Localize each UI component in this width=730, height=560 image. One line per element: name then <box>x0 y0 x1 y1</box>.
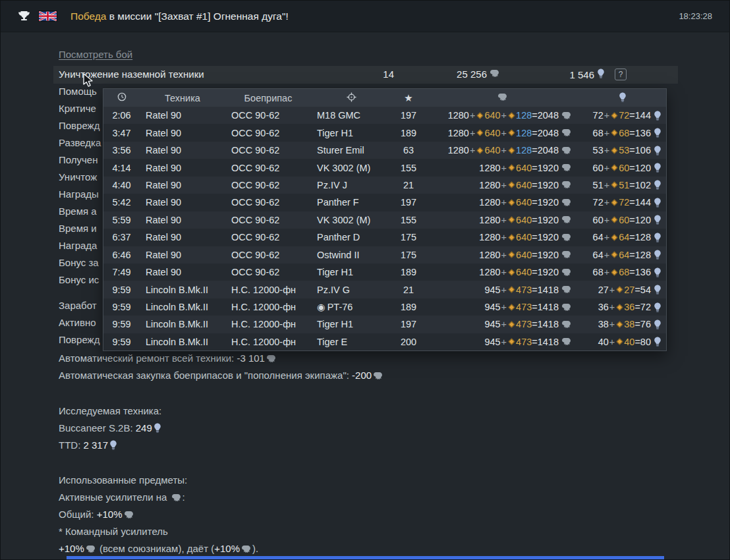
battle-log-row: 9:59Lincoln B.Mk.IIН.С. 12000-фнTiger H1… <box>103 316 666 333</box>
log-ammo: Н.С. 12000-фн <box>225 333 311 350</box>
battle-log-tooltip: Техника Боеприпас ★ 2:06Ratel 90ОСС 90-6… <box>103 88 667 351</box>
bonus-diamond-icon <box>477 112 484 119</box>
help-icon[interactable]: ? <box>615 69 627 80</box>
silver-lion-icon <box>561 250 571 259</box>
view-battle-link[interactable]: Посмотреть бой <box>59 49 132 60</box>
stat-row[interactable]: Разведка <box>59 134 102 152</box>
silver-lion-icon <box>497 93 507 101</box>
stat-row[interactable]: Критиче <box>59 100 102 117</box>
bonus-diamond-icon <box>509 322 515 328</box>
log-ammo: ОСС 90-62 <box>225 124 311 141</box>
research-points-icon <box>654 250 661 260</box>
battle-log-row: 4:40Ratel 90ОСС 90-62Pz.IV J211280+640=1… <box>103 177 666 194</box>
battle-log-body: 2:06Ratel 90ОСС 90-62M18 GMC1971280+640+… <box>103 107 666 350</box>
log-vehicle: Ratel 90 <box>140 246 225 264</box>
list-spacer <box>59 289 102 297</box>
research-points-icon <box>654 163 661 173</box>
left-stat-list: ПомощьКритичеПовреждРазведкаПолученУничт… <box>59 83 102 349</box>
log-score: 155 <box>391 211 426 229</box>
bonus-diamond-icon <box>611 199 618 206</box>
log-time: 3:56 <box>103 142 140 159</box>
log-silver: 1280+640=1920 <box>426 246 576 264</box>
log-vehicle: Ratel 90 <box>140 229 225 246</box>
log-target: Ostwind II <box>311 246 391 264</box>
log-target: Panther F <box>311 194 391 211</box>
vehicle-column-header: Техника <box>140 89 225 107</box>
auto-repair-line: Автоматический ремонт всей техники: -3 1… <box>59 350 384 367</box>
log-score: 189 <box>391 124 426 141</box>
log-time: 9:59 <box>103 298 140 316</box>
log-rp: 53+53=106 <box>576 142 666 159</box>
battle-log-row: 9:59Lincoln B.Mk.IIН.С. 12000-фнTiger E2… <box>103 333 666 350</box>
bonus-diamond-icon <box>509 304 515 310</box>
stat-row[interactable]: Бонус ис <box>59 271 102 289</box>
log-target: ◉PT-76 <box>311 298 391 316</box>
silver-lion-icon <box>561 320 571 329</box>
log-target: Tiger H1 <box>311 264 391 281</box>
log-rp: 38+38=76 <box>576 316 666 333</box>
summary-rp-value: 1 546 <box>486 69 605 80</box>
log-score: 189 <box>391 298 426 316</box>
log-rp: 68+68=136 <box>576 124 666 141</box>
bonus-diamond-icon <box>509 112 515 119</box>
log-silver: 1280+640+128=2048 <box>426 107 576 124</box>
battle-log-row: 6:46Ratel 90ОСС 90-62Ostwind II1751280+6… <box>103 246 666 264</box>
log-target: Panther D <box>311 229 391 246</box>
stat-row[interactable]: Поврежд <box>59 117 102 134</box>
log-rp: 68+68=136 <box>576 264 666 281</box>
silver-lion-icon <box>266 354 276 363</box>
summary-row-ground-destruction[interactable]: Уничтожение наземной техники 14 25 256 1… <box>53 66 678 84</box>
stat-row[interactable]: Награда <box>59 237 102 254</box>
log-time: 2:06 <box>103 107 140 124</box>
stat-row[interactable]: Награды <box>59 186 102 203</box>
stat-row[interactable]: Заработ <box>59 297 102 314</box>
log-time: 3:47 <box>103 124 140 141</box>
battle-log-row: 4:14Ratel 90ОСС 90-62VK 3002 (M)1551280+… <box>103 159 666 176</box>
stat-row[interactable]: Время и <box>59 220 102 237</box>
log-score: 197 <box>391 316 426 333</box>
bonus-diamond-icon <box>477 130 484 136</box>
stat-row[interactable]: Время а <box>59 203 102 220</box>
log-ammo: ОСС 90-62 <box>225 194 311 211</box>
log-silver: 945+473=1418 <box>426 281 576 298</box>
log-score: 21 <box>391 177 426 194</box>
log-vehicle: Ratel 90 <box>140 194 225 211</box>
uk-flag-icon <box>38 11 57 22</box>
bonus-diamond-icon <box>611 234 618 240</box>
footer-lines: Автоматический ремонт всей техники: -3 1… <box>59 350 384 557</box>
stat-row[interactable]: Активно <box>59 314 102 331</box>
silver-lion-icon <box>561 215 571 224</box>
log-score: 189 <box>391 264 426 281</box>
text-spacer <box>59 454 384 472</box>
battle-log-row: 3:47Ratel 90ОСС 90-62Tiger H11891280+640… <box>103 124 666 141</box>
log-vehicle: Ratel 90 <box>140 211 225 229</box>
stat-row[interactable]: Бонус за <box>59 254 102 271</box>
stat-row[interactable]: Получен <box>59 152 102 169</box>
battle-log-row: 7:49Ratel 90ОСС 90-62Tiger H11891280+640… <box>103 264 666 281</box>
summary-silver-value: 25 256 <box>381 69 499 80</box>
bonus-diamond-icon <box>509 269 515 275</box>
silver-lion-icon <box>561 285 571 294</box>
log-silver: 945+473=1418 <box>426 333 576 350</box>
auto-ammo-line: Автоматическая закупка боеприпасов и "по… <box>59 367 384 384</box>
log-ammo: ОСС 90-62 <box>225 159 311 176</box>
log-rp: 40+40=80 <box>576 333 666 350</box>
booster-note-1: * Командный усилитель <box>59 523 384 540</box>
silver-column-header <box>426 89 576 107</box>
research-points-icon <box>597 69 605 78</box>
text-spacer <box>59 384 384 403</box>
research-points-icon <box>654 215 661 225</box>
bonus-diamond-icon <box>509 199 515 206</box>
battle-log-row: 9:59Lincoln B.Mk.IIН.С. 12000-фнPz.IV G2… <box>103 281 666 298</box>
bottom-panel-edge <box>67 556 664 559</box>
log-silver: 1280+640=1920 <box>426 264 576 281</box>
log-vehicle: Lincoln B.Mk.II <box>140 316 225 333</box>
stat-row[interactable]: Поврежд <box>59 331 102 349</box>
log-rp: 64+64=128 <box>576 229 666 246</box>
mouse-cursor <box>82 73 96 90</box>
log-rp: 51+51=102 <box>576 177 666 194</box>
research-points-icon <box>654 180 661 190</box>
stat-row[interactable]: Помощь <box>59 83 102 100</box>
research-points-icon <box>654 233 661 242</box>
stat-row[interactable]: Уничтож <box>59 169 102 186</box>
